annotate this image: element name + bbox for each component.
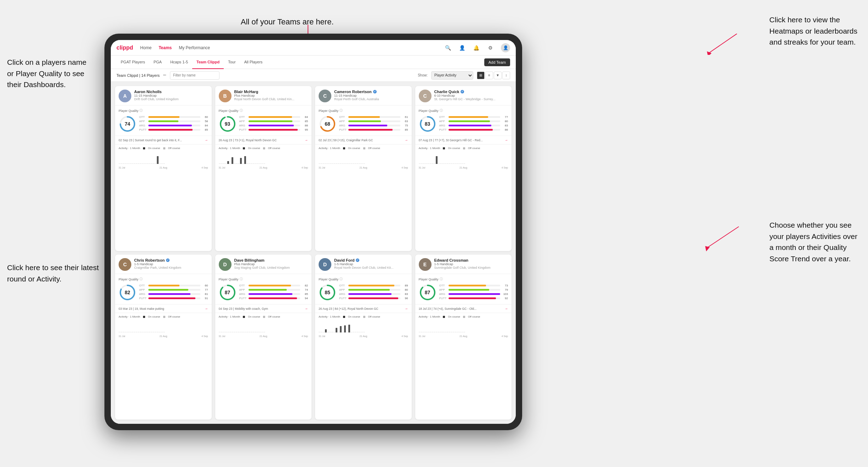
on-course-dot	[143, 316, 145, 318]
sub-nav-all-players[interactable]: All Players	[240, 56, 267, 69]
player-card-header: C Charlie Quick ✓ 6-10 Handicap St. Geor…	[415, 86, 512, 106]
sub-nav-pgat[interactable]: PGAT Players	[116, 56, 149, 69]
player-name[interactable]: David Ford ✓	[334, 258, 408, 262]
latest-round[interactable]: 26 Aug 23 | 73 (+1), Royal North Devon G…	[215, 136, 312, 144]
latest-round[interactable]: 03 Mar 23 | 19, Must make putting →	[115, 304, 212, 313]
score-number: 74	[125, 121, 130, 127]
player-card-body: Player Quality ⓘ 68 OTT 61 APP	[315, 106, 412, 136]
sort-icon[interactable]: ↕	[502, 72, 510, 79]
sub-nav: PGAT Players PGA Hcaps 1-5 Team Clippd T…	[111, 56, 516, 69]
player-handicap: 6-10 Handicap	[434, 94, 508, 97]
chart-date-start: 31 Jul	[319, 166, 325, 169]
player-name[interactable]: Charlie Quick ✓	[434, 90, 508, 94]
bell-icon[interactable]: 🔔	[473, 44, 480, 51]
sub-nav-team-clippd[interactable]: Team Clippd	[192, 56, 224, 69]
activity-label: Activity · 1 Month	[419, 147, 440, 150]
round-arrow[interactable]: →	[405, 307, 408, 311]
round-arrow[interactable]: →	[304, 307, 308, 311]
chart-date-end: 4 Sep	[502, 335, 508, 337]
latest-round[interactable]: 26 Aug 23 | 84 (+12), Royal North Devon …	[315, 304, 412, 313]
player-card[interactable]: D Dave Billingham Plus Handicap Sog Magi…	[215, 255, 312, 420]
quality-section[interactable]: 83 OTT 77 APP 80 ARG 83	[419, 115, 508, 133]
edit-icon[interactable]: ✏	[163, 73, 166, 78]
quality-section[interactable]: 93 OTT 84 APP 85 ARG 88	[219, 115, 308, 133]
filter-icon[interactable]: ▼	[494, 72, 502, 79]
profile-icon[interactable]: 👤	[458, 44, 466, 51]
latest-round[interactable]: 07 Aug 23 | 77 (+7), St George's Hill GC…	[415, 136, 512, 144]
off-course-label: Off course	[168, 315, 180, 318]
player-club: Royal North Devon Golf Club, United Kin.…	[234, 97, 308, 101]
list-view-icon[interactable]: ≡	[485, 72, 493, 79]
player-handicap: 11-15 Handicap	[134, 94, 208, 97]
chart-date-mid: 21 Aug	[360, 335, 367, 337]
activity-chart: 31 Jul 21 Aug 4 Sep	[219, 320, 308, 337]
round-arrow[interactable]: →	[504, 138, 508, 142]
nav-my-performance[interactable]: My Performance	[179, 45, 210, 50]
player-name[interactable]: Dave Billingham	[234, 258, 308, 262]
player-card-body: Player Quality ⓘ 83 OTT 77 APP	[415, 106, 512, 136]
sub-nav-tour[interactable]: Tour	[224, 56, 240, 69]
latest-round[interactable]: 02 Jul 23 | 59 (+15), Craigmillar Park G…	[315, 136, 412, 144]
player-name[interactable]: Aaron Nicholls	[134, 90, 208, 94]
player-name[interactable]: Cameron Robertson ✓	[334, 90, 408, 94]
player-name[interactable]: Edward Crossman	[434, 258, 508, 262]
player-card[interactable]: C Cameron Robertson ✓ 11-15 Handicap Roy…	[315, 86, 412, 251]
round-arrow[interactable]: →	[205, 307, 208, 311]
activity-section: Activity · 1 Month On course Off course …	[115, 144, 212, 172]
round-arrow[interactable]: →	[205, 138, 208, 142]
player-club: Drift Golf Club, United Kingdom	[134, 97, 208, 101]
on-course-label: On course	[148, 147, 160, 150]
player-handicap: 11-15 Handicap	[334, 94, 408, 97]
quality-section[interactable]: 74 OTT 60 APP 58 ARG 84	[119, 115, 208, 133]
avatar-icon[interactable]: 👤	[501, 43, 510, 52]
player-card[interactable]: B Blair McHarg Plus Handicap Royal North…	[215, 86, 312, 251]
activity-legend: Activity · 1 Month On course Off course	[119, 315, 208, 318]
player-card[interactable]: D David Ford ✓ 1-5 Handicap Royal North …	[315, 255, 412, 420]
player-handicap: 1-5 Handicap	[434, 262, 508, 266]
sub-nav-pga[interactable]: PGA	[149, 56, 166, 69]
activity-section: Activity · 1 Month On course Off course …	[415, 313, 512, 340]
round-text: 02 Sep 23 | Sunset round to get back int…	[119, 138, 203, 142]
nav-home[interactable]: Home	[140, 45, 152, 50]
on-course-dot	[443, 147, 445, 149]
quality-section[interactable]: 85 OTT 89 APP 80 ARG 83	[319, 284, 408, 301]
player-avatar: C	[419, 90, 432, 102]
latest-round[interactable]: 02 Sep 23 | Sunset round to get back int…	[115, 136, 212, 144]
round-arrow[interactable]: →	[304, 138, 308, 142]
player-card[interactable]: E Edward Crossman 1-5 Handicap Sunningda…	[415, 255, 512, 420]
player-card[interactable]: C Charlie Quick ✓ 6-10 Handicap St. Geor…	[415, 86, 512, 251]
sub-nav-hcaps[interactable]: Hcaps 1-5	[166, 56, 192, 69]
on-course-dot	[243, 316, 245, 318]
quality-section[interactable]: 87 OTT 82 APP 74 ARG 85	[219, 284, 308, 301]
player-card[interactable]: A Aaron Nicholls 11-15 Handicap Drift Go…	[115, 86, 212, 251]
activity-chart: 31 Jul 21 Aug 4 Sep	[219, 151, 308, 169]
grid-view-icon[interactable]: ⊞	[477, 72, 485, 79]
quality-section[interactable]: 82 OTT 60 APP 77 ARG 81	[119, 284, 208, 301]
activity-chart: 31 Jul 21 Aug 4 Sep	[419, 151, 508, 169]
activity-section: Activity · 1 Month On course Off course …	[315, 313, 412, 340]
activity-chart: 31 Jul 21 Aug 4 Sep	[419, 320, 508, 337]
quality-section[interactable]: 87 OTT 73 APP 79 ARG 103	[419, 284, 508, 301]
latest-round[interactable]: 04 Sep 23 | Mobility with coach, Gym →	[215, 304, 312, 313]
activity-legend: Activity · 1 Month On course Off course	[219, 315, 308, 318]
player-name[interactable]: Blair McHarg	[234, 90, 308, 94]
activity-label: Activity · 1 Month	[219, 147, 240, 150]
show-select[interactable]: Player Activity Quality Score Trend	[431, 71, 473, 80]
search-icon[interactable]: 🔍	[444, 44, 451, 51]
add-team-button[interactable]: Add Team	[484, 58, 510, 66]
chart-date-mid: 21 Aug	[160, 166, 167, 169]
settings-icon[interactable]: ⚙	[487, 44, 494, 51]
latest-round[interactable]: 18 Jul 23 | 74 (+4), Sunningdale GC - Ol…	[415, 304, 512, 313]
round-arrow[interactable]: →	[504, 307, 508, 311]
activity-label: Activity · 1 Month	[319, 315, 340, 318]
player-card[interactable]: C Chris Robertson ✓ 1-5 Handicap Craigmi…	[115, 255, 212, 420]
quality-section[interactable]: 68 OTT 61 APP 63 ARG 75	[319, 115, 408, 133]
view-icons: ⊞ ≡ ▼ ↕	[477, 72, 510, 79]
player-search-input[interactable]	[170, 71, 219, 80]
nav-teams[interactable]: Teams	[159, 45, 172, 50]
round-arrow[interactable]: →	[405, 138, 408, 142]
chart-date-mid: 21 Aug	[160, 335, 167, 337]
on-course-label: On course	[448, 315, 460, 318]
off-course-label: Off course	[268, 315, 280, 318]
player-name[interactable]: Chris Robertson ✓	[134, 258, 208, 262]
